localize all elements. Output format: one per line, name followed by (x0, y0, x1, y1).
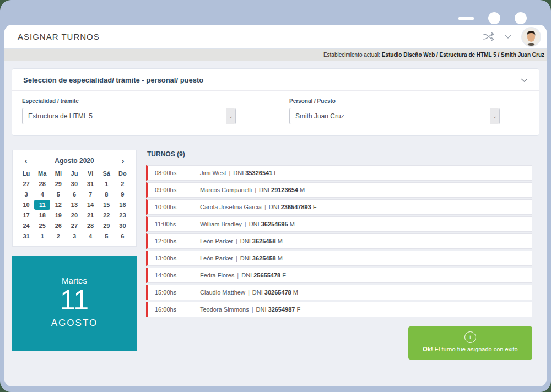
user-avatar[interactable] (521, 27, 541, 47)
calendar-date[interactable]: 2 (50, 231, 66, 241)
calendar-prev-button[interactable]: ‹ (20, 156, 31, 165)
selection-panel: Selección de especialidad/ trámite - per… (12, 68, 539, 136)
calendar-date[interactable]: 6 (66, 189, 82, 199)
dni-label: DNI (241, 272, 253, 279)
separator: | (264, 204, 266, 210)
turno-row[interactable]: 15:00hsClaudio Matthew|DNI 30265478 M (146, 285, 532, 300)
minimize-button[interactable] (458, 17, 474, 20)
calendar-day-header: Ju (66, 168, 82, 178)
calendar-date[interactable]: 30 (66, 179, 82, 189)
page-title: ASIGNAR TURNOS (18, 32, 100, 41)
window-frame: ASIGNAR TURNOS (0, 0, 551, 392)
gender: M (291, 289, 298, 296)
calendar-date[interactable]: 6 (115, 231, 131, 241)
turno-name: William Bradley (200, 221, 242, 227)
especialidad-label: Especialidad / trámite (22, 98, 236, 104)
dni-number: 35326541 (245, 170, 272, 176)
calendar-date[interactable]: 8 (99, 189, 115, 199)
turno-name: Marcos Campanelli (200, 187, 252, 193)
calendar-date[interactable]: 10 (18, 200, 34, 210)
calendar-date[interactable]: 19 (50, 210, 66, 220)
calendar-date[interactable]: 21 (83, 210, 99, 220)
dni-label: DNI (269, 204, 281, 210)
calendar-date[interactable]: 5 (99, 231, 115, 241)
calendar-date[interactable]: 31 (83, 179, 99, 189)
calendar-date[interactable]: 26 (50, 221, 66, 231)
turno-time: 11:00hs (148, 221, 200, 227)
personal-select[interactable]: Smith Juan Cruz ⌄ (289, 108, 500, 124)
turno-row[interactable]: 16:00hsTeodora Simmons|DNI 32654987 F (146, 302, 532, 317)
turno-row[interactable]: 12:00hsLeón Parker|DNI 3625458 M (146, 233, 532, 249)
content-area: Selección de especialidad/ trámite - per… (4, 61, 547, 386)
calendar-date-selected[interactable]: 11 (34, 200, 50, 210)
calendar-date[interactable]: 27 (66, 221, 82, 231)
dni-label: DNI (233, 170, 245, 176)
calendar-date[interactable]: 29 (50, 179, 66, 189)
turno-detail: Marcos Campanelli|DNI 29123654 M (200, 187, 305, 193)
turno-detail: Teodora Simmons|DNI 32654987 F (200, 306, 300, 313)
dni-label: DNI (256, 306, 268, 313)
turno-name: León Parker (200, 238, 233, 244)
turno-name: León Parker (200, 255, 233, 262)
calendar-day-header: Vi (83, 168, 99, 178)
calendar-date[interactable]: 3 (66, 231, 82, 241)
dni-number: 29123654 (271, 187, 298, 193)
collapse-chevron-icon[interactable] (521, 75, 528, 85)
turno-row[interactable]: 10:00hsCarola Josefina Garcia|DNI 236547… (146, 199, 532, 215)
calendar-date[interactable]: 1 (34, 231, 50, 241)
separator: | (237, 272, 239, 279)
personal-value: Smith Juan Cruz (290, 112, 490, 120)
dni-number: 236547893 (281, 204, 311, 210)
calendar-date[interactable]: 2 (115, 179, 131, 189)
select-caret-icon: ⌄ (226, 108, 235, 124)
calendar-date[interactable]: 31 (18, 231, 34, 241)
calendar-date[interactable]: 13 (66, 200, 82, 210)
calendar-date[interactable]: 15 (99, 200, 115, 210)
calendar-date[interactable]: 28 (34, 179, 50, 189)
turno-row[interactable]: 09:00hsMarcos Campanelli|DNI 29123654 M (146, 182, 532, 198)
calendar-date[interactable]: 18 (34, 210, 50, 220)
turno-row[interactable]: 08:00hsJimi West|DNI 35326541 F (146, 165, 532, 181)
calendar-date[interactable]: 29 (99, 221, 115, 231)
calendar-date[interactable]: 30 (115, 221, 131, 231)
calendar-date[interactable]: 3 (18, 189, 34, 199)
calendar-date[interactable]: 24 (18, 221, 34, 231)
calendar-date[interactable]: 1 (99, 179, 115, 189)
separator: | (252, 306, 253, 313)
selected-weekday: Martes (12, 276, 137, 285)
turno-row[interactable]: 13:00hsLeón Parker|DNI 3625458 M (146, 251, 532, 266)
dni-number: 25655478 (253, 272, 280, 279)
chevron-down-icon[interactable] (505, 35, 511, 39)
calendar-day-header: Mi (50, 168, 66, 178)
turno-detail: León Parker|DNI 3625458 M (200, 255, 283, 262)
calendar-date[interactable]: 25 (34, 221, 50, 231)
turno-detail: Claudio Matthew|DNI 30265478 M (200, 289, 298, 296)
calendar: ‹ Agosto 2020 › LuMaMiJuViSáDo2728293031… (12, 150, 137, 247)
calendar-date[interactable]: 7 (83, 189, 99, 199)
calendar-date[interactable]: 20 (66, 210, 82, 220)
calendar-date[interactable]: 14 (83, 200, 99, 210)
gender: M (276, 238, 283, 244)
calendar-date[interactable]: 22 (99, 210, 115, 220)
calendar-date[interactable]: 23 (115, 210, 131, 220)
calendar-date[interactable]: 12 (50, 200, 66, 210)
calendar-date[interactable]: 28 (83, 221, 99, 231)
turno-row[interactable]: 14:00hsFedra Flores|DNI 25655478 F (146, 268, 532, 283)
calendar-next-button[interactable]: › (117, 156, 128, 165)
especialidad-select[interactable]: Estructura de HTML 5 ⌄ (22, 108, 236, 124)
turno-time: 09:00hs (148, 187, 200, 193)
maximize-button[interactable] (488, 12, 500, 24)
turno-row[interactable]: 11:00hsWilliam Bradley|DNI 36254695 M (146, 216, 532, 232)
calendar-day-header: Do (115, 168, 131, 178)
calendar-date[interactable]: 17 (18, 210, 34, 220)
calendar-date[interactable]: 4 (34, 189, 50, 199)
calendar-date[interactable]: 5 (50, 189, 66, 199)
shuffle-icon[interactable] (483, 32, 495, 41)
close-button[interactable] (515, 12, 527, 24)
calendar-date[interactable]: 9 (115, 189, 131, 199)
calendar-date[interactable]: 4 (83, 231, 99, 241)
calendar-date[interactable]: 16 (115, 200, 131, 210)
selection-panel-header[interactable]: Selección de especialidad/ trámite - per… (12, 69, 539, 91)
calendar-date[interactable]: 27 (18, 179, 34, 189)
turno-time: 08:00hs (148, 170, 200, 176)
